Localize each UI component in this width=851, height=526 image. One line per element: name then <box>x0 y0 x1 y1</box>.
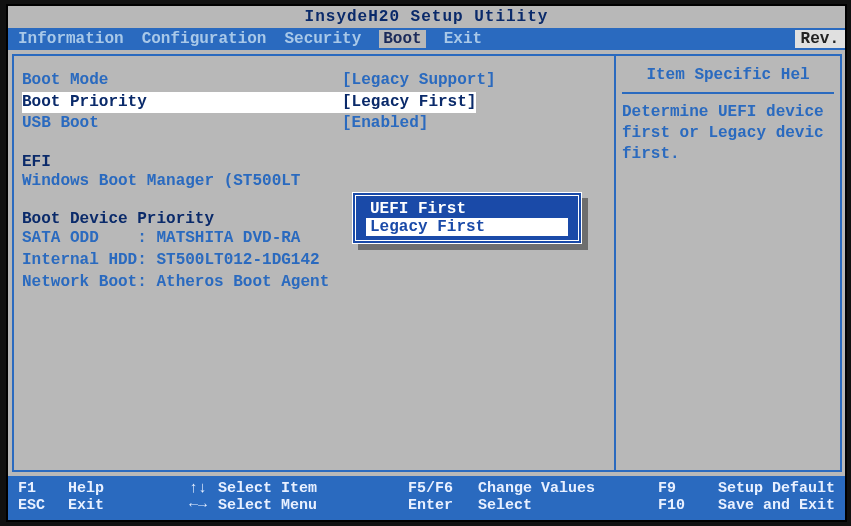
menu-bar: Information Configuration Security Boot … <box>8 28 845 50</box>
efi-entry: Windows Boot Manager (ST500LT <box>22 171 300 193</box>
usb-boot-value: [Enabled] <box>342 113 428 135</box>
usb-boot-row[interactable]: USB Boot [Enabled] <box>22 113 606 135</box>
key-f1: F1 <box>18 480 68 497</box>
usb-boot-label: USB Boot <box>22 113 342 135</box>
menu-configuration[interactable]: Configuration <box>142 30 267 48</box>
network-boot-row[interactable]: Network Boot: Atheros Boot Agent <box>22 272 606 294</box>
key-f5f6: F5/F6 <box>408 480 478 497</box>
label-help: Help <box>68 480 178 497</box>
label-setup-default: Setup Default <box>718 480 835 497</box>
footer-row-2: ESC Exit ←→ Select Menu Enter Select F10… <box>18 497 835 514</box>
popup-option-uefi-first[interactable]: UEFI First <box>366 200 568 218</box>
arrows-leftright-icon: ←→ <box>178 497 218 514</box>
label-select-item: Select Item <box>218 480 408 497</box>
help-title: Item Specific Hel <box>622 66 834 94</box>
efi-header: EFI <box>22 153 606 171</box>
boot-priority-label: Boot Priority <box>22 92 342 114</box>
help-body: Determine UEFI device first or Legacy de… <box>622 102 834 164</box>
label-exit: Exit <box>68 497 178 514</box>
label-save-exit: Save and Exit <box>718 497 835 514</box>
key-f10: F10 <box>658 497 718 514</box>
help-panel: Item Specific Hel Determine UEFI device … <box>614 54 842 472</box>
menu-exit[interactable]: Exit <box>444 30 482 48</box>
menu-security[interactable]: Security <box>284 30 361 48</box>
key-esc: ESC <box>18 497 68 514</box>
boot-mode-row[interactable]: Boot Mode [Legacy Support] <box>22 70 606 92</box>
key-enter: Enter <box>408 497 478 514</box>
label-select: Select <box>478 497 658 514</box>
internal-hdd-row[interactable]: Internal HDD: ST500LT012-1DG142 <box>22 250 606 272</box>
boot-priority-value: [Legacy First] <box>342 92 476 114</box>
sata-odd: SATA ODD : MATSHITA DVD-RA <box>22 228 300 250</box>
revision-label: Rev. <box>795 30 845 48</box>
efi-entry-row[interactable]: Windows Boot Manager (ST500LT <box>22 171 606 193</box>
boot-mode-value: [Legacy Support] <box>342 70 496 92</box>
network-boot: Network Boot: Atheros Boot Agent <box>22 272 329 294</box>
menu-boot[interactable]: Boot <box>379 30 425 48</box>
internal-hdd: Internal HDD: ST500LT012-1DG142 <box>22 250 320 272</box>
boot-mode-label: Boot Mode <box>22 70 342 92</box>
arrows-updown-icon: ↑↓ <box>178 480 218 497</box>
menu-information[interactable]: Information <box>18 30 124 48</box>
footer-row-1: F1 Help ↑↓ Select Item F5/F6 Change Valu… <box>18 480 835 497</box>
utility-title: InsydeH20 Setup Utility <box>8 6 845 28</box>
boot-settings-panel: Boot Mode [Legacy Support] Boot Priority… <box>12 54 614 472</box>
label-select-menu: Select Menu <box>218 497 408 514</box>
main-area: Boot Mode [Legacy Support] Boot Priority… <box>8 50 845 476</box>
popup-option-legacy-first[interactable]: Legacy First <box>366 218 568 236</box>
bios-screen: InsydeH20 Setup Utility Information Conf… <box>6 4 847 522</box>
key-f9: F9 <box>658 480 718 497</box>
boot-priority-popup: UEFI First Legacy First <box>352 192 582 244</box>
label-change-values: Change Values <box>478 480 658 497</box>
boot-priority-row[interactable]: Boot Priority [Legacy First] <box>22 92 606 114</box>
footer-bar: F1 Help ↑↓ Select Item F5/F6 Change Valu… <box>8 476 845 520</box>
